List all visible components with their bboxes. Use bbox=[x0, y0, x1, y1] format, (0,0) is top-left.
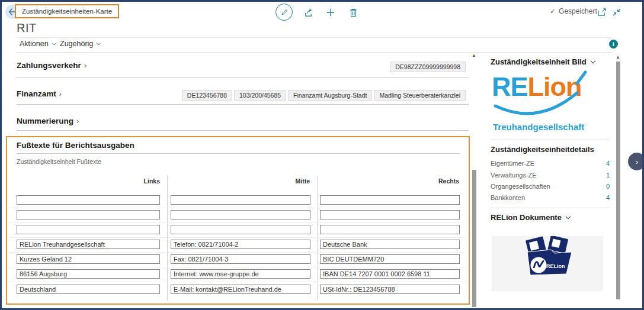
chevron-right-icon: › bbox=[76, 117, 79, 125]
menu-zugehoerig[interactable]: Zugehörig bbox=[60, 40, 101, 48]
detail-label: Eigentümer-ZE bbox=[491, 160, 534, 167]
fasttab-finanzamt-label: Finanzamt bbox=[17, 89, 56, 98]
scroll-up-icon[interactable]: ▲ bbox=[472, 53, 476, 58]
page-caption[interactable]: Zuständigkeitseinheiten-Karte bbox=[15, 4, 119, 18]
summary-badge: 103/200/45685 bbox=[234, 90, 286, 101]
side-panel-handle[interactable]: › bbox=[628, 153, 644, 170]
summary-badge: DE123456788 bbox=[182, 90, 232, 101]
popout-icon bbox=[598, 8, 607, 16]
menu-aktionen[interactable]: Aktionen bbox=[20, 40, 57, 48]
factbox-documents-header-label: RELion Dokumente bbox=[491, 213, 562, 222]
footer-text-input[interactable] bbox=[17, 285, 160, 294]
side-handle-glyph: › bbox=[636, 157, 638, 166]
factbox-details-header-label: Zuständigkeitseinheitdetails bbox=[491, 145, 594, 154]
footer-text-input[interactable] bbox=[320, 254, 460, 264]
share-icon bbox=[303, 8, 313, 17]
detail-row-eigentuemer: Eigentümer-ZE 4 bbox=[491, 160, 610, 169]
delete-button[interactable] bbox=[347, 6, 360, 19]
fasttab-fusstexte-label: Fußtexte für Berichtsausgaben bbox=[17, 141, 134, 150]
footer-text-input[interactable] bbox=[17, 225, 160, 234]
save-status-label: Gespeichert bbox=[559, 7, 597, 15]
zahlungsverkehr-summary: DE98ZZZ09999999998 bbox=[390, 62, 466, 72]
edit-button[interactable] bbox=[275, 4, 293, 21]
detail-label: Bankkonten bbox=[491, 194, 525, 201]
collapse-view-button[interactable] bbox=[610, 5, 623, 18]
footer-text-input[interactable] bbox=[17, 195, 160, 205]
open-in-window-button[interactable] bbox=[595, 5, 608, 18]
factbox-details-header: Zuständigkeitseinheitdetails bbox=[491, 145, 594, 154]
factbox-scrollbar-thumb[interactable] bbox=[616, 62, 620, 299]
footer-text-input[interactable] bbox=[17, 254, 160, 264]
footer-text-input[interactable] bbox=[320, 195, 460, 205]
footer-text-input[interactable] bbox=[171, 240, 310, 249]
detail-row-verwaltung: Verwaltungs-ZE 1 bbox=[491, 172, 610, 180]
footer-text-input[interactable] bbox=[171, 285, 310, 294]
detail-label: Organgesellschaften bbox=[491, 183, 550, 190]
documents-folder-icon: RELion bbox=[521, 236, 573, 276]
fasttab-finanzamt[interactable]: Finanzamt › bbox=[17, 89, 62, 98]
svg-text:RELion: RELion bbox=[546, 263, 565, 269]
factbox-image-header[interactable]: Zuständigkeitseinheit Bild bbox=[491, 57, 596, 66]
app-window: Zuständigkeitseinheiten-Karte ✓ Gespeich… bbox=[0, 0, 644, 310]
trash-icon bbox=[350, 8, 357, 17]
column-header-links: Links bbox=[102, 177, 160, 185]
detail-label: Verwaltungs-ZE bbox=[491, 172, 537, 179]
footer-text-input[interactable] bbox=[171, 210, 310, 219]
footer-text-input[interactable] bbox=[17, 240, 160, 249]
summary-badge: Madling Steuerberaterkanzlei bbox=[374, 90, 466, 101]
top-command-bar: Zuständigkeitseinheiten-Karte ✓ Gespeich… bbox=[2, 2, 642, 22]
relion-logo: RELion Treuhandgesellschaft bbox=[491, 69, 612, 137]
footer-text-input[interactable] bbox=[320, 210, 460, 219]
footer-text-input[interactable] bbox=[17, 210, 160, 219]
footer-text-input[interactable] bbox=[320, 240, 460, 249]
menu-aktionen-label: Aktionen bbox=[20, 40, 49, 48]
footer-text-input[interactable] bbox=[320, 225, 460, 234]
main-scrollbar-thumb[interactable] bbox=[472, 170, 476, 307]
footer-text-input[interactable] bbox=[171, 195, 310, 205]
menu-zugehoerig-label: Zugehörig bbox=[60, 40, 93, 48]
logo-subtitle: Treuhandgesellschaft bbox=[493, 122, 584, 132]
chevron-down-icon bbox=[96, 43, 101, 46]
footer-text-input[interactable] bbox=[320, 269, 460, 279]
detail-value-link[interactable]: 4 bbox=[606, 160, 610, 167]
summary-badge: Finanzamt Augsburg-Stadt bbox=[288, 90, 372, 101]
documents-image-box: RELion bbox=[492, 236, 603, 291]
chevron-right-icon: › bbox=[59, 89, 62, 98]
fasttab-zahlungsverkehr[interactable]: Zahlungsverkehr › bbox=[17, 61, 86, 70]
save-status: ✓ Gespeichert bbox=[550, 7, 597, 15]
footer-text-input[interactable] bbox=[320, 285, 460, 294]
logo-swoosh-icon bbox=[491, 69, 612, 128]
fasttab-fusstexte[interactable]: Fußtexte für Berichtsausgaben bbox=[17, 141, 134, 150]
footer-text-input[interactable] bbox=[171, 225, 310, 234]
footer-subpage-label: Zuständigkeitseinheit Fußtexte bbox=[17, 158, 101, 165]
footer-text-input[interactable] bbox=[171, 254, 310, 264]
column-header-mitte: Mitte bbox=[252, 177, 310, 185]
finanzamt-summary: DE123456788 103/200/45685 Finanzamt Augs… bbox=[182, 90, 466, 101]
detail-row-organgesellschaften: Organgesellschaften 0 bbox=[491, 183, 610, 192]
share-button[interactable] bbox=[302, 6, 315, 19]
detail-row-bankkonten: Bankkonten 4 bbox=[491, 194, 610, 203]
checkmark-icon: ✓ bbox=[550, 7, 556, 15]
detail-value-link[interactable]: 0 bbox=[606, 183, 610, 190]
detail-value-link[interactable]: 1 bbox=[606, 172, 610, 179]
new-button[interactable] bbox=[324, 6, 337, 19]
factbox-documents-header[interactable]: RELion Dokumente bbox=[491, 213, 571, 222]
chevron-down-icon bbox=[52, 43, 57, 46]
fasttab-nummerierung-label: Nummerierung bbox=[17, 117, 73, 125]
footer-text-input[interactable] bbox=[171, 269, 310, 279]
chevron-right-icon: › bbox=[84, 61, 86, 70]
detail-value-link[interactable]: 4 bbox=[606, 194, 610, 201]
scroll-up-icon[interactable]: ▲ bbox=[616, 55, 620, 60]
chevron-down-icon bbox=[590, 60, 596, 64]
footer-text-input[interactable] bbox=[17, 269, 160, 279]
fasttab-nummerierung[interactable]: Nummerierung › bbox=[17, 117, 79, 125]
collapse-arrows-icon bbox=[613, 8, 621, 16]
info-icon[interactable]: i bbox=[609, 40, 618, 49]
chevron-down-icon bbox=[565, 216, 571, 219]
record-title: RIT bbox=[17, 21, 37, 35]
column-header-rechts: Rechts bbox=[401, 177, 459, 185]
fasttab-zahlungsverkehr-label: Zahlungsverkehr bbox=[17, 61, 81, 70]
edit-pencil-icon bbox=[280, 8, 289, 17]
summary-badge: DE98ZZZ09999999998 bbox=[390, 62, 466, 72]
plus-icon bbox=[326, 8, 335, 17]
